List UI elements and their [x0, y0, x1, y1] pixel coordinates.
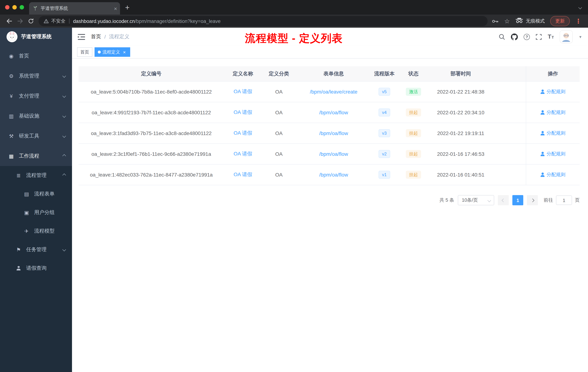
assign-rule-link[interactable]: 分配规则: [540, 88, 566, 95]
close-window-button[interactable]: [5, 5, 10, 10]
reload-button[interactable]: [25, 16, 36, 27]
header-operation: 操作: [526, 66, 580, 81]
back-button[interactable]: [4, 16, 15, 27]
hamburger-icon[interactable]: [78, 34, 85, 40]
definition-name-link[interactable]: OA 请假: [234, 151, 252, 157]
workflow-submenu: ≣ 流程管理 ▤ 流程表单 ▣ 用户分组 ✈ 流程模型 ⚑: [0, 166, 72, 277]
bookmark-star-icon[interactable]: ☆: [504, 17, 510, 25]
flag-icon: ⚑: [15, 247, 22, 252]
page-content: 定义编号 定义名称 定义分类 表单信息 流程版本 状态 部署时间 操作 oa_l…: [72, 59, 588, 372]
form-link[interactable]: /bpm/oa/leave/create: [310, 89, 357, 95]
minimize-window-button[interactable]: [12, 5, 17, 10]
browser-menu-dots-icon[interactable]: ⋮: [575, 18, 581, 24]
tag-active-dot: [98, 51, 101, 54]
page-unit: 页: [575, 197, 580, 203]
assign-rule-link[interactable]: 分配规则: [540, 171, 566, 178]
sidebar-item-system-management[interactable]: ⚙ 系统管理: [0, 66, 72, 86]
help-icon[interactable]: ?: [524, 34, 530, 40]
font-size-icon[interactable]: TT: [548, 33, 554, 40]
form-link[interactable]: /bpm/oa/flow: [319, 130, 348, 136]
goto-label: 前往: [544, 197, 553, 203]
github-icon[interactable]: [511, 33, 518, 40]
definition-category: OA: [262, 102, 296, 123]
definition-category: OA: [262, 123, 296, 143]
gear-icon: ⚙: [8, 73, 15, 79]
fullscreen-icon[interactable]: [536, 34, 542, 40]
incognito-label: 无痕模式: [526, 18, 545, 24]
sidebar-item-process-management[interactable]: ≣ 流程管理: [0, 166, 72, 185]
definition-name-link[interactable]: OA 请假: [234, 130, 252, 136]
deploy-time: 2022-01-22 21:48:38: [430, 82, 492, 102]
form-link[interactable]: /bpm/oa/flow: [319, 172, 348, 178]
sidebar-item-payment-management[interactable]: ¥ 支付管理: [0, 86, 72, 106]
chevron-up-icon: [63, 174, 65, 176]
assign-rule-link[interactable]: 分配规则: [540, 130, 566, 136]
definition-name-link[interactable]: OA 请假: [234, 171, 252, 178]
url-path: /bpm/manager/definition?key=oa_leave: [135, 18, 220, 24]
avatar-caret-icon[interactable]: ▼: [578, 35, 582, 39]
url-text[interactable]: dashboard.yudao.iocoder.cn/bpm/manager/d…: [73, 18, 220, 24]
tools-icon: ⚒: [8, 133, 15, 139]
sidebar-item-workflow[interactable]: ▦ 工作流程: [0, 146, 72, 166]
tab-search-chevron-icon[interactable]: [579, 6, 581, 9]
browser-tab[interactable]: 芋道管理系统 ×: [29, 2, 120, 15]
definition-name-link[interactable]: OA 请假: [234, 109, 252, 116]
definition-category: OA: [262, 164, 296, 185]
user-icon: [540, 131, 545, 135]
deploy-time: 2022-01-16 01:40:51: [430, 164, 492, 185]
page-title-overlay: 流程模型 - 定义列表: [245, 31, 343, 46]
new-tab-button[interactable]: +: [125, 3, 130, 11]
page-1-button[interactable]: 1: [512, 195, 523, 205]
main-area: 首页 / 流程定义 ? TT: [72, 28, 588, 372]
zoom-window-button[interactable]: [20, 5, 24, 10]
sidebar-item-dev-tools[interactable]: ⚒ 研发工具: [0, 126, 72, 146]
form-link[interactable]: /bpm/oa/flow: [319, 109, 348, 115]
chevron-down-icon: [63, 115, 65, 117]
person-icon: [15, 265, 22, 271]
tags-view: 首页 流程定义 ×: [72, 46, 588, 59]
tag-close-icon[interactable]: ×: [122, 50, 127, 55]
tag-home[interactable]: 首页: [77, 47, 92, 57]
search-icon[interactable]: [499, 33, 505, 40]
security-label[interactable]: 不安全: [51, 18, 65, 24]
dashboard-icon: ◉: [8, 53, 15, 59]
sidebar-item-user-group[interactable]: ▣ 用户分组: [0, 203, 72, 222]
next-page-button[interactable]: [527, 195, 538, 205]
definition-name-link[interactable]: OA 请假: [234, 88, 252, 95]
logo-avatar: [7, 31, 17, 42]
tab-favicon: [33, 6, 38, 11]
sidebar-main-menu: 芋道管理系统 ◉ 首页 ⚙ 系统管理 ¥ 支付管理 ▥: [0, 28, 72, 166]
breadcrumb-home[interactable]: 首页: [91, 33, 101, 40]
update-button[interactable]: 更新: [550, 16, 570, 26]
breadcrumb: 首页 / 流程定义: [91, 33, 129, 40]
sidebar-item-home[interactable]: ◉ 首页: [0, 46, 72, 66]
assign-rule-link[interactable]: 分配规则: [540, 109, 566, 116]
definition-id: oa_leave:2:3c1f0ef1-76b1-11ec-9c66-a2380…: [79, 144, 224, 164]
goto-input[interactable]: [556, 196, 572, 205]
sidebar-item-process-model[interactable]: ✈ 流程模型: [0, 222, 72, 240]
prev-page-button[interactable]: [498, 195, 509, 205]
browser-toolbar: 不安全 dashboard.yudao.iocoder.cn/bpm/manag…: [0, 15, 588, 28]
header-spacer: [492, 66, 526, 81]
definition-id: oa_leave:3:1fad3d93-7b75-11ec-a3c8-acde4…: [79, 123, 224, 143]
breadcrumb-separator: /: [104, 34, 106, 40]
avatar[interactable]: [560, 30, 573, 43]
status-badge: 挂起: [406, 171, 421, 179]
url-bar[interactable]: 不安全 dashboard.yudao.iocoder.cn/bpm/manag…: [39, 16, 488, 26]
page-size-select[interactable]: 10条/页: [458, 195, 494, 205]
forward-button[interactable]: [15, 16, 25, 27]
tab-close-icon[interactable]: ×: [114, 6, 117, 11]
sidebar-item-process-form[interactable]: ▤ 流程表单: [0, 185, 72, 203]
tag-process-definition[interactable]: 流程定义 ×: [94, 47, 130, 57]
header-form-info: 表单信息: [296, 66, 371, 81]
definition-id: oa_leave:4:991f2193-7b7f-11ec-a3c8-acde4…: [79, 102, 224, 123]
workflow-icon: ▦: [8, 153, 15, 159]
sidebar-item-leave-query[interactable]: 请假查询: [0, 259, 72, 277]
header-definition-id: 定义编号: [79, 66, 224, 81]
sidebar-item-infrastructure[interactable]: ▥ 基础设施: [0, 106, 72, 126]
app-frame: 芋道管理系统 ◉ 首页 ⚙ 系统管理 ¥ 支付管理 ▥: [0, 28, 588, 372]
assign-rule-link[interactable]: 分配规则: [540, 151, 566, 157]
form-link[interactable]: /bpm/oa/flow: [319, 151, 348, 157]
sidebar-item-task-management[interactable]: ⚑ 任务管理: [0, 240, 72, 259]
password-key-icon[interactable]: [492, 19, 499, 23]
